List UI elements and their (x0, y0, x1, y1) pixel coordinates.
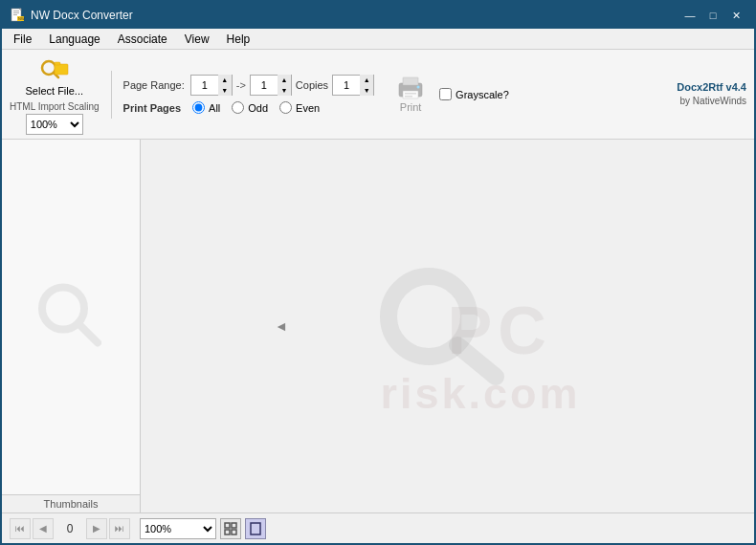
svg-rect-2 (13, 12, 19, 13)
print-label: Print (400, 101, 422, 113)
menu-view[interactable]: View (177, 31, 217, 48)
page-to-input[interactable]: ▲ ▼ (250, 75, 292, 96)
grayscale-section: Grayscale? (439, 88, 509, 100)
copies-up[interactable]: ▲ (360, 75, 373, 85)
nav-next-button[interactable]: ▶ (86, 518, 107, 539)
watermark-risk: risk.com (381, 369, 581, 419)
select-file-button[interactable]: Select File... (19, 54, 91, 99)
menu-file[interactable]: File (6, 31, 39, 48)
page-to-down[interactable]: ▼ (278, 85, 291, 96)
app-name: Docx2Rtf v4.4 (677, 80, 746, 95)
radio-all-label: All (209, 102, 220, 114)
svg-rect-25 (251, 523, 260, 534)
view-fit-button[interactable] (220, 518, 241, 539)
preview-area: ◄ PC risk.com (141, 140, 754, 512)
svg-point-16 (417, 86, 420, 89)
radio-all[interactable]: All (192, 101, 220, 114)
thumbnail-area (2, 140, 140, 494)
svg-rect-12 (403, 77, 418, 85)
menu-associate[interactable]: Associate (110, 31, 175, 48)
zoom-select[interactable]: 100% 50% 75% 125% 150% 200% (140, 518, 216, 539)
svg-rect-24 (232, 530, 236, 534)
page-range-label: Page Range: (123, 79, 185, 91)
svg-text:NW: NW (18, 16, 25, 21)
main-content: Thumbnails ◄ PC risk.com (2, 140, 754, 512)
menu-help[interactable]: Help (219, 31, 258, 48)
page-number: 0 (56, 522, 84, 535)
print-pages-row: Print Pages All Odd Even (123, 101, 375, 114)
page-to-field[interactable] (251, 76, 278, 95)
thumbnail-label: Thumbnails (2, 494, 140, 512)
page-from-down[interactable]: ▼ (218, 85, 232, 96)
copies-input[interactable]: ▲ ▼ (332, 75, 374, 96)
app-by: by NativeWinds (677, 95, 746, 108)
single-icon (248, 521, 263, 536)
close-button[interactable]: ✕ (725, 7, 746, 24)
grayscale-label: Grayscale? (456, 89, 509, 100)
radio-odd[interactable]: Odd (232, 101, 268, 114)
page-from-spinners: ▲ ▼ (218, 75, 232, 96)
menu-bar: File Language Associate View Help (2, 29, 754, 50)
print-button[interactable]: Print (389, 74, 432, 115)
watermark-pc: PC (448, 293, 552, 369)
nav-last-button[interactable]: ⏭ (109, 518, 130, 539)
minimize-button[interactable]: — (679, 7, 700, 24)
page-from-input[interactable]: ▲ ▼ (190, 75, 233, 96)
scaling-select[interactable]: 100% 75% 125% 150% (26, 114, 83, 135)
svg-rect-10 (55, 62, 60, 65)
radio-even[interactable]: Even (279, 101, 320, 114)
radio-odd-input[interactable] (232, 101, 244, 114)
svg-line-20 (457, 345, 496, 377)
radio-even-label: Even (296, 102, 320, 114)
html-import-label: HTML Import Scaling (10, 101, 100, 112)
svg-rect-23 (225, 530, 230, 534)
page-from-field[interactable] (191, 76, 218, 95)
window-title: NW Docx Converter (31, 9, 133, 22)
app-icon: NW (10, 8, 25, 23)
arrow-text: -> (236, 79, 246, 91)
watermark: PC risk.com (371, 264, 524, 388)
radio-even-input[interactable] (279, 101, 292, 114)
fit-icon (223, 521, 238, 536)
svg-rect-9 (55, 64, 68, 75)
nav-prev-button[interactable]: ◀ (33, 518, 54, 539)
main-window: NW NW Docx Converter — □ ✕ File Language… (0, 0, 756, 545)
svg-rect-21 (225, 523, 230, 528)
copies-label: Copies (296, 79, 328, 91)
select-file-label: Select File... (26, 85, 84, 97)
toolbar-divider-1 (111, 71, 112, 119)
copies-field[interactable] (333, 76, 360, 95)
page-to-up[interactable]: ▲ (278, 75, 291, 85)
menu-language[interactable]: Language (41, 31, 107, 48)
page-range-row: Page Range: ▲ ▼ -> ▲ ▼ (123, 75, 375, 96)
print-pages-label: Print Pages (123, 102, 182, 114)
maximize-button[interactable]: □ (702, 7, 723, 24)
svg-rect-14 (405, 93, 416, 95)
page-controls: Page Range: ▲ ▼ -> ▲ ▼ (123, 75, 375, 114)
svg-rect-22 (232, 523, 236, 528)
copies-spinners: ▲ ▼ (360, 75, 373, 96)
thumbnail-panel: Thumbnails (2, 140, 141, 512)
select-file-icon (39, 56, 70, 83)
title-bar: NW NW Docx Converter — □ ✕ (2, 2, 754, 29)
title-bar-controls: — □ ✕ (679, 7, 746, 24)
print-icon (395, 76, 426, 100)
toolbar: Select File... HTML Import Scaling 100% … (2, 50, 754, 140)
status-bar: ⏮ ◀ 0 ▶ ⏭ 100% 50% 75% 125% 150% 200% (2, 512, 754, 543)
side-collapse-arrow[interactable]: ◄ (275, 318, 288, 334)
page-to-spinners: ▲ ▼ (278, 75, 291, 96)
title-bar-left: NW NW Docx Converter (10, 8, 133, 23)
svg-rect-15 (405, 96, 412, 98)
thumbnail-watermark (33, 277, 109, 357)
grayscale-checkbox[interactable] (439, 88, 452, 100)
svg-rect-13 (403, 91, 418, 98)
radio-odd-label: Odd (248, 102, 268, 114)
svg-point-19 (389, 276, 469, 357)
page-from-up[interactable]: ▲ (218, 75, 232, 85)
view-single-button[interactable] (245, 518, 266, 539)
copies-down[interactable]: ▼ (360, 85, 373, 96)
nav-first-button[interactable]: ⏮ (10, 518, 31, 539)
radio-all-input[interactable] (192, 101, 205, 114)
app-info: Docx2Rtf v4.4 by NativeWinds (677, 80, 746, 108)
svg-rect-1 (13, 11, 19, 11)
